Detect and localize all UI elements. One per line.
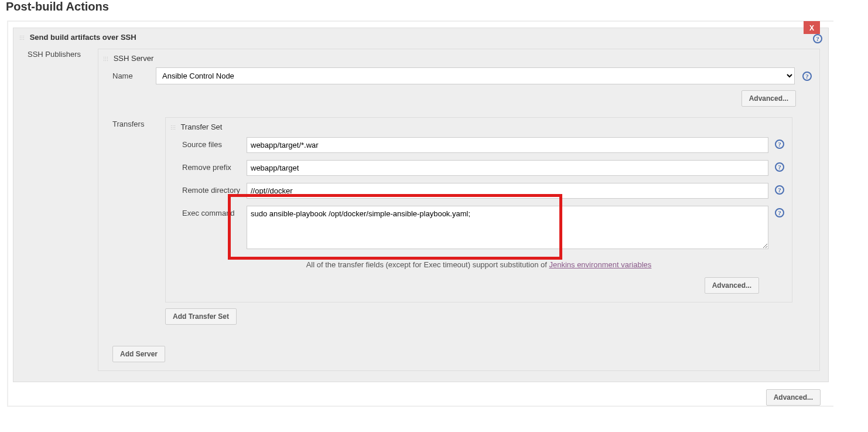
remove-prefix-input[interactable] [247, 160, 768, 176]
help-icon[interactable]: ? [775, 208, 784, 217]
transfers-label: Transfers [112, 117, 165, 302]
jenkins-env-vars-link[interactable]: Jenkins environment variables [549, 260, 651, 269]
ssh-server-name-select[interactable]: Ansible Control Node [156, 67, 795, 84]
help-icon[interactable]: ? [775, 162, 784, 172]
remote-directory-label: Remote directory [170, 183, 247, 195]
close-button[interactable]: X [804, 21, 820, 34]
source-files-input[interactable] [247, 137, 768, 153]
help-icon[interactable]: ? [775, 185, 784, 195]
ssh-server-header: SSH Server [114, 54, 154, 63]
name-label: Name [103, 72, 156, 80]
remote-directory-input[interactable] [247, 183, 768, 199]
send-ssh-section: X ? Send build artifacts over SSH SSH Pu… [13, 28, 829, 382]
section-header: Send build artifacts over SSH [13, 28, 828, 45]
source-files-label: Source files [170, 137, 247, 149]
ssh-publishers-label: SSH Publishers [28, 49, 98, 371]
exec-command-textarea[interactable] [247, 206, 768, 249]
post-build-outer: X ? Send build artifacts over SSH SSH Pu… [7, 21, 833, 407]
bottom-advanced-button[interactable]: Advanced... [766, 389, 821, 406]
exec-command-label: Exec command [170, 206, 247, 217]
transfer-set-header: Transfer Set [180, 123, 222, 131]
help-icon[interactable]: ? [775, 140, 784, 149]
section-title: Send build artifacts over SSH [30, 33, 136, 42]
page-title: Post-build Actions [6, 0, 862, 13]
help-icon[interactable]: ? [813, 34, 822, 43]
ssh-server-advanced-button[interactable]: Advanced... [741, 90, 796, 107]
substitution-note: All of the transfer fields (except for E… [170, 254, 787, 274]
drag-handle-icon[interactable] [170, 125, 176, 131]
add-transfer-set-button[interactable]: Add Transfer Set [165, 308, 237, 325]
remove-prefix-label: Remove prefix [170, 160, 247, 172]
transfer-advanced-button[interactable]: Advanced... [705, 277, 759, 294]
note-text: All of the transfer fields (except for E… [306, 260, 549, 269]
help-icon[interactable]: ? [802, 72, 812, 81]
drag-handle-icon[interactable] [103, 56, 109, 62]
ssh-publisher-panel: SSH Server Name Ansible Control Node ? A… [98, 49, 820, 371]
transfer-set-panel: Transfer Set Source files ? Remove pr [165, 117, 792, 302]
add-server-button[interactable]: Add Server [112, 346, 165, 362]
drag-handle-icon[interactable] [19, 35, 25, 41]
